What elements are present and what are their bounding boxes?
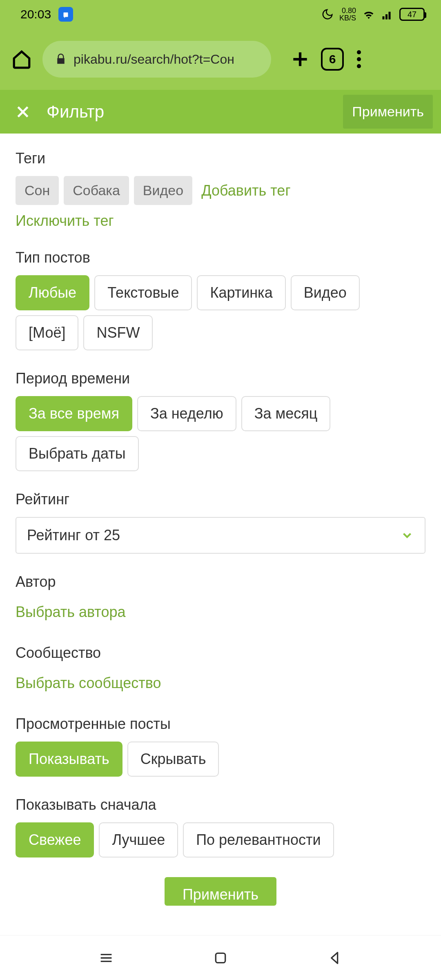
- rating-section: Рейтинг Рейтинг от 25: [16, 491, 425, 554]
- new-tab-icon[interactable]: [290, 49, 310, 69]
- post-type-label: Тип постов: [16, 249, 425, 266]
- post-type-option[interactable]: Видео: [291, 275, 360, 310]
- period-option[interactable]: За неделю: [137, 396, 236, 431]
- lock-icon: [55, 53, 67, 65]
- rating-value: Рейтинг от 25: [27, 527, 120, 544]
- sort-option[interactable]: По релевантности: [183, 822, 334, 858]
- chevron-down-icon: [400, 528, 414, 542]
- sort-option[interactable]: Лучшее: [99, 822, 178, 858]
- community-label: Сообщество: [16, 644, 425, 662]
- url-text: pikabu.ru/search/hot?t=Сон: [74, 52, 234, 67]
- period-option[interactable]: За месяц: [241, 396, 331, 431]
- add-tag-link[interactable]: Добавить тег: [197, 178, 294, 203]
- community-section: Сообщество Выбрать сообщество: [16, 644, 425, 696]
- home-icon[interactable]: [11, 49, 32, 69]
- home-nav-icon[interactable]: [212, 950, 229, 966]
- tags-label: Теги: [16, 150, 425, 167]
- more-menu-icon[interactable]: [357, 50, 361, 68]
- system-nav-bar: [0, 935, 441, 980]
- select-author-link[interactable]: Выбрать автора: [16, 599, 130, 625]
- moon-icon: [321, 8, 334, 20]
- network-speed: 0.80 KB/S: [339, 7, 356, 22]
- post-type-option[interactable]: NSFW: [83, 315, 153, 350]
- tag-chip[interactable]: Собака: [64, 176, 129, 205]
- period-option[interactable]: Выбрать даты: [16, 436, 139, 471]
- wifi-icon: [362, 7, 376, 21]
- period-option[interactable]: За все время: [16, 396, 132, 431]
- sort-section: Показывать сначала СвежееЛучшееПо релева…: [16, 796, 425, 858]
- app-notification-icon: [58, 7, 73, 22]
- url-bar[interactable]: pikabu.ru/search/hot?t=Сон: [42, 41, 271, 78]
- recents-icon[interactable]: [98, 950, 114, 966]
- svg-rect-0: [216, 953, 225, 962]
- sort-label: Показывать сначала: [16, 796, 425, 813]
- tabs-button[interactable]: 6: [321, 48, 344, 71]
- status-bar: 20:03 0.80 KB/S 47: [0, 0, 441, 29]
- clock: 20:03: [20, 7, 51, 21]
- filter-title: Фильтр: [47, 102, 327, 122]
- browser-toolbar: pikabu.ru/search/hot?t=Сон 6: [0, 29, 441, 90]
- period-label: Период времени: [16, 370, 425, 387]
- tag-chip[interactable]: Сон: [16, 176, 59, 205]
- tag-chip[interactable]: Видео: [134, 176, 192, 205]
- author-label: Автор: [16, 573, 425, 590]
- post-type-option[interactable]: Текстовые: [94, 275, 192, 310]
- back-icon[interactable]: [327, 950, 343, 966]
- apply-button-bottom[interactable]: Применить: [165, 877, 276, 906]
- period-section: Период времени За все времяЗа неделюЗа м…: [16, 370, 425, 471]
- filter-header: Фильтр Применить: [0, 90, 441, 134]
- post-type-option[interactable]: Картинка: [197, 275, 285, 310]
- exclude-tag-link[interactable]: Исключить тег: [16, 212, 114, 229]
- sort-option[interactable]: Свежее: [16, 822, 94, 858]
- post-type-section: Тип постов ЛюбыеТекстовыеКартинкаВидео[М…: [16, 249, 425, 350]
- viewed-label: Просмотренные посты: [16, 715, 425, 733]
- apply-button-top[interactable]: Применить: [343, 95, 433, 129]
- tags-section: Теги Сон Собака Видео Добавить тег Исклю…: [16, 150, 425, 229]
- viewed-option[interactable]: Скрывать: [127, 742, 219, 777]
- viewed-option[interactable]: Показывать: [16, 742, 122, 777]
- post-type-option[interactable]: [Моё]: [16, 315, 78, 350]
- author-section: Автор Выбрать автора: [16, 573, 425, 625]
- post-type-option[interactable]: Любые: [16, 275, 89, 310]
- rating-select[interactable]: Рейтинг от 25: [16, 517, 425, 554]
- select-community-link[interactable]: Выбрать сообщество: [16, 670, 165, 696]
- close-icon[interactable]: [15, 104, 31, 120]
- viewed-section: Просмотренные посты ПоказыватьСкрывать: [16, 715, 425, 777]
- rating-label: Рейтинг: [16, 491, 425, 508]
- signal-icon: [381, 8, 394, 20]
- battery-icon: 47: [399, 8, 425, 21]
